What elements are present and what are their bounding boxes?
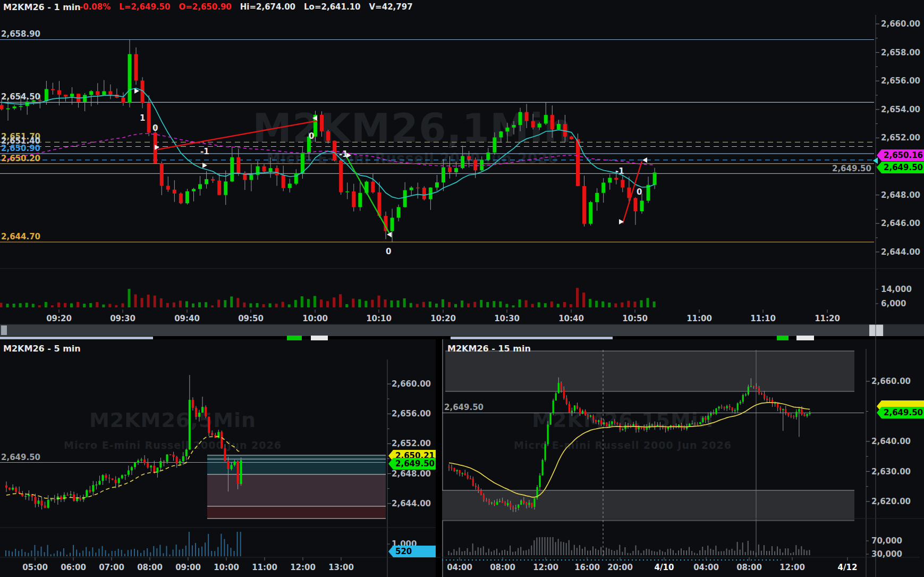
watermark-symbol-15min: M2KM26,15Min (501, 408, 745, 432)
buy-indicator-strip-right (777, 336, 789, 340)
trade-qty-label: 0 (637, 187, 642, 197)
chart-title-5min: M2KM26 - 5 min (3, 344, 81, 354)
horizontal-scrollbar[interactable] (0, 324, 924, 336)
trade-qty-label: 0 (386, 247, 391, 256)
quote-stat: V=42,797 (369, 2, 413, 12)
crosshair-price-label-1min: 2,649.50 (818, 164, 871, 173)
trade-qty-label: -1 (339, 149, 348, 159)
trade-qty-label: 0 (152, 123, 158, 133)
watermark-symbol-1min: M2KM26,1Min (221, 105, 604, 151)
quote-stat: Lo=2,641.10 (304, 2, 360, 12)
chart-panel-5min (0, 339, 436, 577)
trade-qty-label: -1 (615, 166, 624, 176)
panel-header-strip-right (451, 337, 613, 339)
quote-stat: O=2,650.90 (179, 2, 231, 12)
neutral-indicator-strip-left (311, 336, 328, 340)
time-axis-1min[interactable] (0, 311, 874, 324)
quote-stat: -0.08% (80, 2, 111, 12)
quote-stat: Hi=2,674.00 (240, 2, 295, 12)
price-axis-15min[interactable] (866, 349, 924, 557)
watermark-desc-15min: Micro E-mini Russell 2000 Jun 2026 (501, 439, 745, 451)
price-axis-1min[interactable] (876, 15, 924, 324)
level-price-label-5min: 2,649.50 (1, 453, 40, 462)
scrollbar-right-button[interactable] (869, 324, 883, 336)
level-price-label-15min: 2,649.50 (444, 403, 484, 412)
level-label: 2,658.90 (1, 29, 40, 39)
time-axis-5min[interactable] (0, 557, 386, 577)
watermark-desc-1min: Micro E-mini Russell 2000 Jun 2026 (221, 150, 604, 166)
chart-title-1min: M2KM26 - 1 min (3, 2, 81, 12)
level-label: 2,650.90 (1, 144, 40, 153)
trade-qty-label: 0 (309, 131, 314, 141)
level-label: 2,654.50 (1, 92, 40, 102)
neutral-indicator-strip-right (796, 336, 814, 340)
quote-stats-row: -0.08%L=2,649.50O=2,650.90Hi=2,674.00Lo=… (80, 2, 413, 12)
quote-stat: L=2,649.50 (119, 2, 170, 12)
scrollbar-corner (884, 324, 924, 336)
level-label: 2,644.70 (1, 232, 40, 241)
trading-workspace: M2KM26 - 1 min -0.08%L=2,649.50O=2,650.9… (0, 0, 924, 577)
buy-indicator-strip-left (287, 336, 302, 340)
level-label: 2,650.20 (1, 154, 40, 163)
chart-title-15min: M2KM26 - 15 min (447, 344, 531, 354)
trade-qty-label: -1 (200, 147, 209, 156)
scrollbar-left-thumb[interactable] (1, 325, 7, 335)
price-axis-5min[interactable] (387, 359, 436, 557)
watermark-desc-5min: Micro E-mini Russell 2000 Jun 2026 (50, 439, 295, 451)
time-axis-15min[interactable] (442, 557, 864, 577)
chart-panel-15min (442, 339, 924, 577)
trade-qty-label: 1 (140, 113, 145, 123)
watermark-symbol-5min: M2KM26,5Min (50, 408, 295, 432)
panel-header-strip-left (0, 337, 153, 339)
